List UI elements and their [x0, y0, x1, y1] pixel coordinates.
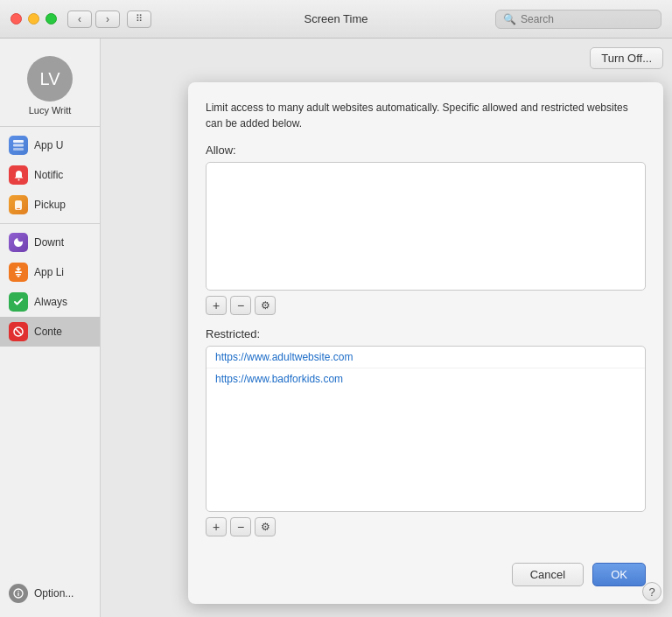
- allow-section: Allow: + − ⚙: [206, 144, 646, 327]
- svg-rect-1: [13, 144, 24, 147]
- pickups-icon: [9, 195, 28, 214]
- restricted-remove-button[interactable]: −: [230, 517, 251, 536]
- svg-rect-0: [13, 140, 24, 143]
- avatar-section: LV Lucy Writt: [0, 47, 100, 123]
- dialog-description: Limit access to many adult websites auto…: [206, 100, 646, 131]
- maximize-button[interactable]: [46, 13, 57, 25]
- svg-rect-2: [13, 148, 24, 151]
- allow-gear-button[interactable]: ⚙: [255, 296, 276, 315]
- sidebar-item-label-notifications: Notific: [34, 169, 63, 181]
- sidebar-item-content[interactable]: Conte: [0, 317, 100, 347]
- sidebar-item-app-usage[interactable]: App U: [0, 130, 100, 160]
- search-bar[interactable]: 🔍: [495, 10, 662, 29]
- options-icon: [9, 584, 28, 603]
- allow-label: Allow:: [206, 144, 646, 157]
- restricted-label: Restricted:: [206, 327, 646, 340]
- allow-controls: + − ⚙: [206, 296, 646, 315]
- dialog: Limit access to many adult websites auto…: [188, 82, 663, 604]
- sidebar-bottom: Option...: [0, 578, 100, 617]
- user-name: Lucy Writt: [9, 105, 92, 116]
- sidebar: LV Lucy Writt App U Notific: [0, 39, 101, 617]
- traffic-lights: [10, 13, 57, 25]
- allow-list[interactable]: [206, 162, 646, 291]
- sidebar-item-label-app-limits: App Li: [34, 266, 64, 278]
- sidebar-item-label-pickups: Pickup: [34, 199, 66, 211]
- app-usage-icon: [9, 136, 28, 155]
- options-item[interactable]: Option...: [0, 578, 100, 608]
- dialog-buttons: Cancel OK: [206, 559, 646, 586]
- restricted-gear-button[interactable]: ⚙: [255, 517, 276, 536]
- window-title: Screen Time: [304, 12, 368, 25]
- sidebar-divider-2: [0, 223, 100, 224]
- notifications-icon: [9, 165, 28, 185]
- sidebar-item-label-content: Conte: [34, 326, 62, 338]
- sidebar-divider: [0, 126, 100, 127]
- search-input[interactable]: [521, 13, 654, 25]
- ok-button[interactable]: OK: [592, 563, 646, 586]
- sidebar-item-label-app-usage: App U: [34, 139, 63, 151]
- svg-rect-9: [18, 276, 20, 277]
- always-allowed-icon: [9, 292, 28, 312]
- options-label: Option...: [34, 587, 74, 599]
- sidebar-item-downtime[interactable]: Downt: [0, 228, 100, 257]
- avatar: LV: [27, 56, 73, 102]
- sidebar-item-label-always-allowed: Always: [34, 296, 67, 308]
- content-panel: Turn Off... Limit access to many adult w…: [101, 39, 672, 617]
- app-limits-icon: [9, 263, 28, 282]
- svg-rect-8: [16, 274, 21, 276]
- sidebar-item-app-limits[interactable]: App Li: [0, 257, 100, 287]
- nav-buttons: ‹ › ⠿: [67, 11, 151, 28]
- svg-point-3: [18, 179, 19, 180]
- sidebar-item-always-allowed[interactable]: Always: [0, 287, 100, 317]
- sidebar-item-pickups[interactable]: Pickup: [0, 190, 100, 220]
- allow-add-button[interactable]: +: [206, 296, 227, 315]
- minimize-button[interactable]: [28, 13, 39, 25]
- restricted-item-0[interactable]: https://www.adultwebsite.com: [206, 347, 645, 368]
- svg-point-6: [18, 208, 19, 210]
- restricted-item-1[interactable]: https://www.badforkids.com: [206, 368, 645, 389]
- restricted-section: Restricted: https://www.adultwebsite.com…: [206, 327, 646, 549]
- sidebar-item-label-downtime: Downt: [34, 236, 64, 249]
- content-icon: [9, 322, 28, 341]
- svg-rect-14: [18, 592, 18, 596]
- sidebar-item-notifications[interactable]: Notific: [0, 160, 100, 190]
- svg-line-11: [16, 329, 22, 335]
- forward-button[interactable]: ›: [95, 11, 120, 28]
- titlebar: ‹ › ⠿ Screen Time 🔍: [0, 0, 672, 39]
- search-icon: 🔍: [503, 13, 516, 25]
- svg-rect-7: [15, 271, 22, 273]
- cancel-button[interactable]: Cancel: [512, 563, 584, 586]
- svg-point-13: [18, 591, 18, 592]
- close-button[interactable]: [10, 13, 22, 25]
- restricted-list[interactable]: https://www.adultwebsite.com https://www…: [206, 346, 646, 512]
- downtime-icon: [9, 233, 28, 252]
- grid-button[interactable]: ⠿: [127, 11, 151, 28]
- top-bar-right: Turn Off...: [590, 47, 663, 69]
- main-area: LV Lucy Writt App U Notific: [0, 39, 672, 617]
- back-button[interactable]: ‹: [67, 11, 92, 28]
- restricted-add-button[interactable]: +: [206, 517, 227, 536]
- help-button[interactable]: ?: [642, 582, 662, 601]
- allow-remove-button[interactable]: −: [230, 296, 251, 315]
- restricted-controls: + − ⚙: [206, 517, 646, 536]
- turn-off-button[interactable]: Turn Off...: [590, 47, 663, 69]
